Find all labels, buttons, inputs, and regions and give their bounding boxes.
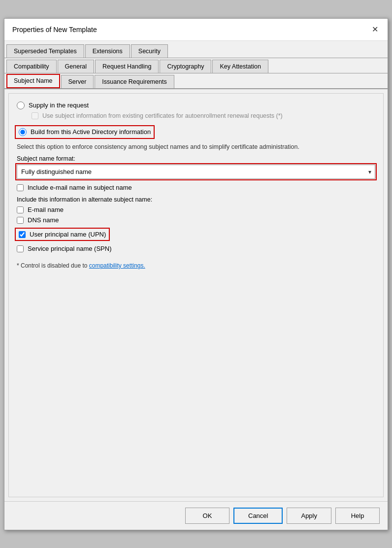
email-subject-row: Include e-mail name in subject name — [17, 184, 375, 191]
tab-server[interactable]: Server — [61, 75, 94, 88]
upn-checkbox[interactable] — [19, 231, 26, 238]
tab-superseded-templates[interactable]: Superseded Templates — [6, 44, 84, 58]
radio-supply-group: Supply in the request Use subject inform… — [17, 102, 375, 119]
ad-description: Select this option to enforce consistenc… — [17, 142, 375, 152]
tab-extensions[interactable]: Extensions — [85, 44, 130, 58]
subject-name-format-label: Subject name format: — [17, 155, 375, 162]
tab-key-attestation[interactable]: Key Attestation — [212, 60, 268, 73]
close-icon: ✕ — [372, 25, 378, 34]
spn-row: Service principal name (SPN) — [17, 245, 375, 252]
tab-general[interactable]: General — [58, 60, 94, 73]
radio-ad-group: Build from this Active Directory informa… — [17, 127, 375, 253]
email-subject-checkbox[interactable] — [17, 184, 24, 191]
dns-name-label[interactable]: DNS name — [28, 216, 59, 224]
email-name-checkbox[interactable] — [17, 206, 24, 213]
autoenroll-label[interactable]: Use subject information from existing ce… — [32, 112, 375, 119]
radio-supply-input[interactable] — [17, 102, 25, 109]
upn-text: User principal name (UPN) — [30, 231, 106, 238]
tab-row-3: Subject Name Server Issuance Requirement… — [4, 73, 388, 89]
cancel-button[interactable]: Cancel — [233, 508, 283, 524]
radio-ad-text: Build from this Active Directory informa… — [31, 128, 151, 136]
alternate-subject-label: Include this information in alternate su… — [17, 196, 375, 203]
email-name-row: E-mail name — [17, 206, 375, 213]
radio-supply-label[interactable]: Supply in the request — [17, 102, 375, 109]
tab-subject-name[interactable]: Subject Name — [6, 74, 60, 88]
help-button[interactable]: Help — [335, 508, 380, 524]
close-button[interactable]: ✕ — [369, 24, 381, 35]
tabs-container: Superseded Templates Extensions Security… — [4, 41, 388, 89]
title-bar: Properties of New Template ✕ — [4, 19, 388, 41]
apply-button[interactable]: Apply — [287, 508, 331, 524]
radio-ad-label[interactable]: Build from this Active Directory informa… — [17, 127, 153, 137]
tab-compatibility[interactable]: Compatibility — [6, 60, 57, 73]
footer-note: * Control is disabled due to compatibili… — [17, 262, 375, 269]
subject-name-format-wrapper: Fully distinguished name Common name Non… — [17, 165, 375, 179]
dns-name-checkbox[interactable] — [17, 217, 24, 224]
spn-checkbox[interactable] — [17, 245, 24, 252]
spn-label[interactable]: Service principal name (SPN) — [28, 245, 112, 252]
button-row: OK Cancel Apply Help — [4, 501, 388, 530]
upn-row-wrapper: User principal name (UPN) — [17, 227, 375, 242]
dns-name-row: DNS name — [17, 216, 375, 224]
dialog-window: Properties of New Template ✕ Superseded … — [4, 18, 388, 530]
autoenroll-text: Use subject information from existing ce… — [42, 112, 283, 119]
upn-label[interactable]: User principal name (UPN) — [17, 230, 108, 239]
footer-note-text: * Control is disabled due to — [17, 262, 89, 269]
autoenroll-checkbox-wrapper: Use subject information from existing ce… — [32, 112, 375, 119]
tab-issuance-requirements[interactable]: Issuance Requirements — [95, 75, 174, 88]
dialog-title: Properties of New Template — [12, 26, 97, 34]
tab-row-2: Compatibility General Request Handling C… — [4, 58, 388, 73]
compatibility-settings-link[interactable]: compatibility settings. — [89, 262, 145, 269]
radio-supply-text: Supply in the request — [29, 102, 89, 109]
autoenroll-checkbox[interactable] — [32, 112, 38, 119]
email-subject-label[interactable]: Include e-mail name in subject name — [28, 184, 132, 191]
email-name-label[interactable]: E-mail name — [28, 206, 64, 213]
tab-security[interactable]: Security — [131, 44, 168, 58]
content-area: Supply in the request Use subject inform… — [8, 93, 384, 497]
tab-request-handling[interactable]: Request Handling — [95, 60, 159, 73]
radio-ad-input[interactable] — [19, 128, 27, 136]
tab-row-1: Superseded Templates Extensions Security — [4, 41, 388, 58]
ok-button[interactable]: OK — [185, 508, 229, 524]
subject-name-format-select[interactable]: Fully distinguished name Common name Non… — [17, 165, 375, 179]
tab-cryptography[interactable]: Cryptography — [160, 60, 211, 73]
